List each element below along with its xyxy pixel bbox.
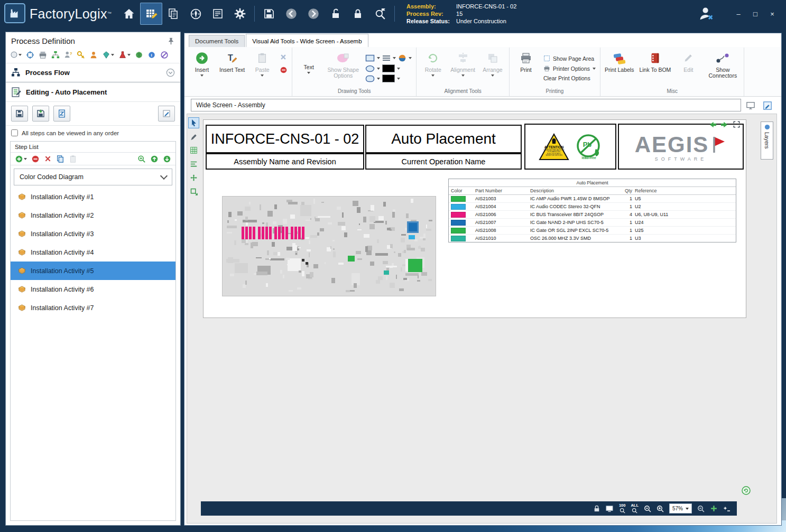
remove-step-button[interactable]	[31, 154, 40, 163]
lock-button[interactable]	[347, 3, 369, 25]
zoom-increase-button[interactable]	[710, 505, 718, 512]
page-prev-button[interactable]	[708, 121, 717, 128]
zoom-decrease-button[interactable]	[697, 505, 705, 512]
step-item[interactable]: Installation Activity #6	[11, 280, 175, 298]
fill-color-button[interactable]	[398, 54, 406, 62]
info-button[interactable]: i	[147, 50, 156, 59]
user-button[interactable]	[89, 50, 98, 59]
dropdown-caret-icon[interactable]	[409, 57, 412, 59]
dropdown-caret-icon[interactable]	[377, 78, 380, 80]
logout-user-button[interactable]	[697, 5, 715, 23]
zoom-all-button[interactable]: ALL	[631, 503, 639, 514]
assembly-caption-box[interactable]: Assembly Name and Revision	[206, 153, 364, 170]
test-dropdown-button[interactable]	[118, 50, 131, 59]
show-connectors-button[interactable]: Show Connectors	[703, 48, 742, 88]
zoom-step-button[interactable]	[137, 154, 146, 163]
copy-step-button[interactable]	[56, 154, 64, 163]
line-style-button[interactable]	[382, 54, 391, 62]
edit-notes-button[interactable]	[158, 106, 175, 122]
zoom-stepper[interactable]	[723, 505, 730, 512]
dropdown-caret-icon[interactable]	[377, 68, 380, 70]
settings-button[interactable]	[229, 3, 251, 25]
paste-step-button[interactable]	[69, 154, 77, 163]
transform-tool-button[interactable]	[188, 186, 199, 197]
visual-aid-page[interactable]: INFORCE-CNS-01 - 02 Assembly Name and Re…	[203, 119, 746, 318]
move-step-down-button[interactable]	[163, 154, 171, 163]
arrange-button[interactable]: Arrange	[478, 48, 507, 88]
step-item[interactable]: Installation Activity #3	[11, 225, 175, 243]
circle-dropdown-button[interactable]	[10, 50, 22, 59]
dropdown-caret-icon[interactable]	[377, 57, 380, 59]
dropdown-caret-icon[interactable]	[397, 78, 400, 80]
cut-step-button[interactable]	[44, 154, 52, 163]
collapse-chevron-icon[interactable]	[166, 68, 175, 77]
move-tool-button[interactable]	[188, 172, 199, 183]
pen-tool-button[interactable]	[188, 131, 199, 142]
close-button[interactable]: ×	[765, 7, 780, 20]
aegis-logo-box[interactable]: AEGIS SOFTWARE	[618, 124, 744, 170]
zoom-out-button[interactable]	[644, 505, 651, 512]
grid-tool-button[interactable]	[188, 145, 199, 156]
template-button[interactable]	[53, 106, 70, 122]
key-button[interactable]	[77, 50, 85, 59]
expand-flow-button[interactable]	[51, 50, 60, 59]
align-lines-tool-button[interactable]	[188, 158, 199, 170]
clear-print-options-button[interactable]: Clear Print Options	[543, 75, 596, 81]
print-labels-button[interactable]: Print Labels	[602, 48, 636, 88]
zoom-in-button[interactable]	[656, 505, 664, 512]
step-item[interactable]: Installation Activity #1	[11, 188, 175, 206]
esd-warning-box[interactable]: ATTENTION OBSERVE PRECAUTIONS FOR HANDLI…	[524, 124, 616, 170]
fit-page-button[interactable]	[605, 505, 614, 512]
disable-button[interactable]	[160, 50, 169, 59]
validate-dropdown-button[interactable]	[102, 50, 114, 59]
pcb-diagram[interactable]	[222, 196, 436, 296]
layers-tab[interactable]: Layers	[761, 122, 773, 160]
page-next-button[interactable]	[720, 121, 729, 128]
printer-options-button[interactable]: Printer Options	[543, 65, 596, 72]
add-step-button[interactable]	[15, 154, 27, 163]
bom-table[interactable]: Auto Placement Color Part Number Descrip…	[448, 179, 736, 242]
tab-document-tools[interactable]: Document Tools	[189, 35, 245, 47]
show-page-area-button[interactable]: Show Page Area	[543, 55, 596, 62]
step-item-selected[interactable]: Installation Activity #5	[11, 262, 175, 280]
operation-caption-box[interactable]: Current Operation Name	[365, 153, 522, 170]
dropdown-caret-icon[interactable]	[393, 57, 396, 59]
target-button[interactable]	[26, 50, 34, 59]
edit-button[interactable]: Edit	[673, 48, 703, 88]
home-button[interactable]	[118, 3, 140, 25]
alignment-button[interactable]: Alignment	[448, 48, 478, 88]
save-button[interactable]	[258, 3, 280, 25]
maximize-button[interactable]: □	[748, 7, 763, 20]
audit-button[interactable]	[369, 3, 391, 25]
step-item[interactable]: Installation Activity #7	[11, 298, 175, 317]
order-checkbox[interactable]	[11, 129, 18, 136]
refresh-button[interactable]	[742, 486, 751, 495]
diagram-type-dropdown[interactable]: Color Coded Diagram	[14, 169, 172, 185]
pin-icon[interactable]	[167, 37, 175, 45]
navigator-button[interactable]	[184, 3, 207, 25]
zoom-100-button[interactable]: 100	[619, 503, 626, 514]
select-tool-button[interactable]	[188, 117, 199, 128]
insert-text-button[interactable]: TInsert Text	[217, 48, 247, 88]
paste-button[interactable]: Paste	[247, 48, 277, 88]
print-button[interactable]: Print	[511, 48, 541, 88]
rotate-button[interactable]: Rotate	[418, 48, 448, 88]
zoom-lock-icon[interactable]	[594, 505, 600, 512]
cut-x-icon[interactable]	[280, 53, 287, 61]
move-step-up-button[interactable]	[150, 154, 159, 163]
globe-button[interactable]	[135, 50, 143, 59]
step-item[interactable]: Installation Activity #4	[11, 243, 175, 262]
text-color-swatch[interactable]	[382, 74, 395, 82]
rounded-shape-button[interactable]	[365, 75, 375, 82]
tab-visual-aid-tools[interactable]: Visual Aid Tools - Wide Screen - Assemb	[246, 34, 368, 48]
operation-title-box[interactable]: Auto Placement	[365, 125, 522, 153]
document-title-field[interactable]: Wide Screen - Assembly	[191, 99, 741, 111]
line-color-swatch[interactable]	[382, 64, 395, 72]
fullscreen-button[interactable]	[733, 120, 741, 128]
forward-button[interactable]	[302, 3, 325, 25]
insert-button[interactable]: Insert	[187, 48, 217, 88]
edit-document-button[interactable]	[760, 99, 775, 113]
design-canvas[interactable]: INFORCE-CNS-01 - 02 Assembly Name and Re…	[187, 114, 777, 524]
rectangle-shape-button[interactable]	[365, 54, 375, 62]
link-to-bom-button[interactable]: Link To BOM	[636, 48, 673, 88]
